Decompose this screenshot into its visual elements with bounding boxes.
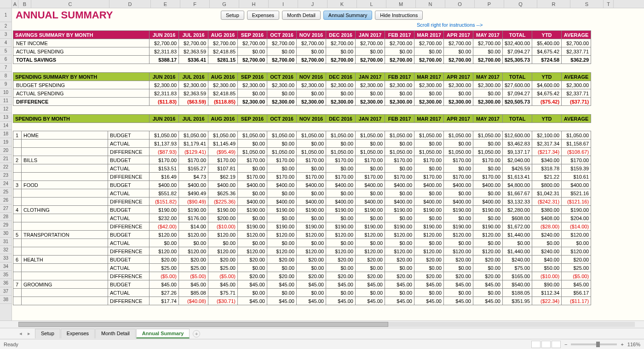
cell[interactable]: $340.00: [532, 156, 562, 164]
cell[interactable]: $204.00: [562, 214, 591, 222]
cell[interactable]: $351.95: [503, 297, 532, 305]
cell[interactable]: ($28.00): [532, 222, 562, 231]
cell[interactable]: $1,050.00: [238, 148, 267, 156]
cell[interactable]: $7,094.27: [503, 47, 532, 56]
col-header-N[interactable]: N: [416, 0, 445, 8]
cell[interactable]: $170.00: [473, 156, 503, 164]
cell[interactable]: $0.00: [297, 214, 326, 222]
cell[interactable]: $45.00: [385, 280, 414, 289]
cell[interactable]: $25.00: [562, 264, 591, 272]
cell[interactable]: $20.00: [326, 256, 356, 264]
cell[interactable]: $1,050.00: [267, 148, 297, 156]
row-header-38[interactable]: 38: [0, 296, 12, 304]
page-layout-view-button[interactable]: [541, 341, 551, 348]
row-header-11[interactable]: 11: [0, 97, 12, 105]
cell[interactable]: $190.00: [208, 206, 238, 214]
row-header-1[interactable]: 1: [0, 8, 12, 22]
cell[interactable]: $400.00: [179, 181, 208, 189]
cell[interactable]: ($22.34): [532, 297, 562, 305]
col-header-B[interactable]: B: [18, 0, 31, 8]
expenses-button[interactable]: Expenses: [247, 11, 279, 20]
cell[interactable]: $400.00: [385, 198, 414, 206]
row-header-30[interactable]: 30: [0, 229, 12, 238]
row-header-12[interactable]: 12: [0, 105, 12, 113]
cell[interactable]: $25.00: [179, 264, 208, 272]
cell[interactable]: $120.00: [297, 247, 326, 256]
cell[interactable]: ($242.31): [532, 198, 562, 206]
cell[interactable]: $190.00: [238, 206, 267, 214]
cell[interactable]: $0.00: [444, 264, 473, 272]
cell[interactable]: $2,100.00: [532, 131, 562, 140]
cell[interactable]: $16.49: [150, 173, 179, 181]
cell[interactable]: $2,700.00: [385, 56, 414, 64]
zoom-slider[interactable]: [571, 343, 617, 345]
cell[interactable]: ($75.42): [532, 98, 562, 106]
cell[interactable]: $240.00: [532, 231, 562, 239]
cell[interactable]: $1,145.49: [208, 140, 238, 148]
cell[interactable]: $0.00: [473, 189, 503, 198]
cell[interactable]: $4,600.00: [532, 81, 562, 89]
cell[interactable]: $2,300.00: [326, 81, 356, 89]
cell[interactable]: $0.00: [267, 214, 297, 222]
cell[interactable]: $2,418.85: [208, 89, 238, 98]
cell[interactable]: $0.00: [267, 239, 297, 247]
cell[interactable]: $0.00: [444, 239, 473, 247]
cell[interactable]: $14.00: [179, 222, 208, 231]
cell[interactable]: $1,050.00: [385, 131, 414, 140]
cell[interactable]: $0.00: [385, 164, 414, 173]
cell[interactable]: $20.00: [297, 272, 326, 280]
cell[interactable]: $120.00: [473, 231, 503, 239]
cell[interactable]: $159.39: [562, 164, 591, 173]
cell[interactable]: $0.00: [238, 239, 267, 247]
cell[interactable]: $0.00: [267, 89, 297, 98]
cell[interactable]: $1,050.00: [444, 148, 473, 156]
col-header-P[interactable]: P: [475, 0, 504, 8]
cell[interactable]: $190.00: [414, 206, 444, 214]
cell[interactable]: $1,050.00: [297, 148, 326, 156]
cell[interactable]: $4,675.42: [532, 47, 562, 56]
cell[interactable]: $0.00: [414, 214, 444, 222]
cell[interactable]: $120.00: [267, 231, 297, 239]
cell[interactable]: $0.00: [297, 189, 326, 198]
cell[interactable]: $170.00: [385, 173, 414, 181]
cell[interactable]: $0.00: [385, 140, 414, 148]
cell[interactable]: $45.00: [326, 280, 356, 289]
cell[interactable]: $2,363.59: [179, 89, 208, 98]
cell[interactable]: $0.00: [326, 89, 356, 98]
cell[interactable]: $2,700.00: [444, 56, 473, 64]
cell[interactable]: $0.00: [414, 289, 444, 297]
cell[interactable]: $1,050.00: [562, 131, 591, 140]
cell[interactable]: $0.00: [444, 140, 473, 148]
cell[interactable]: $0.00: [385, 214, 414, 222]
cell[interactable]: $2,300.00: [562, 81, 591, 89]
sheet-tab-annual-summary[interactable]: Annual Summary: [136, 329, 190, 338]
cell[interactable]: ($118.85): [208, 98, 238, 106]
cell[interactable]: $0.00: [444, 214, 473, 222]
cell[interactable]: $190.00: [267, 222, 297, 231]
col-header-H[interactable]: H: [239, 0, 269, 8]
cell[interactable]: $0.00: [297, 239, 326, 247]
cell[interactable]: $4,675.42: [532, 89, 562, 98]
cell[interactable]: $170.00: [208, 156, 238, 164]
cell[interactable]: $112.34: [532, 289, 562, 297]
cell[interactable]: $153.51: [150, 164, 179, 173]
cell[interactable]: $2,300.00: [414, 81, 444, 89]
cell[interactable]: $170.00: [179, 156, 208, 164]
cell[interactable]: $120.00: [385, 231, 414, 239]
cell[interactable]: $625.36: [208, 189, 238, 198]
row-header-7[interactable]: 7: [0, 64, 12, 72]
cell[interactable]: $0.00: [473, 239, 503, 247]
cell[interactable]: $1,050.00: [238, 131, 267, 140]
cell[interactable]: $400.00: [238, 181, 267, 189]
col-header-O[interactable]: O: [445, 0, 475, 8]
cell[interactable]: $0.00: [326, 214, 356, 222]
cell[interactable]: $170.00: [356, 173, 385, 181]
row-header-9[interactable]: 9: [0, 80, 12, 88]
cell[interactable]: $25.00: [208, 264, 238, 272]
col-header-S[interactable]: S: [570, 0, 604, 8]
cell[interactable]: $2,700.00: [562, 39, 591, 47]
cell[interactable]: $400.00: [297, 181, 326, 189]
hide-instructions-button[interactable]: Hide Instructions: [375, 11, 423, 20]
row-header-28[interactable]: 28: [0, 213, 12, 221]
cell[interactable]: $2,300.00: [326, 98, 356, 106]
